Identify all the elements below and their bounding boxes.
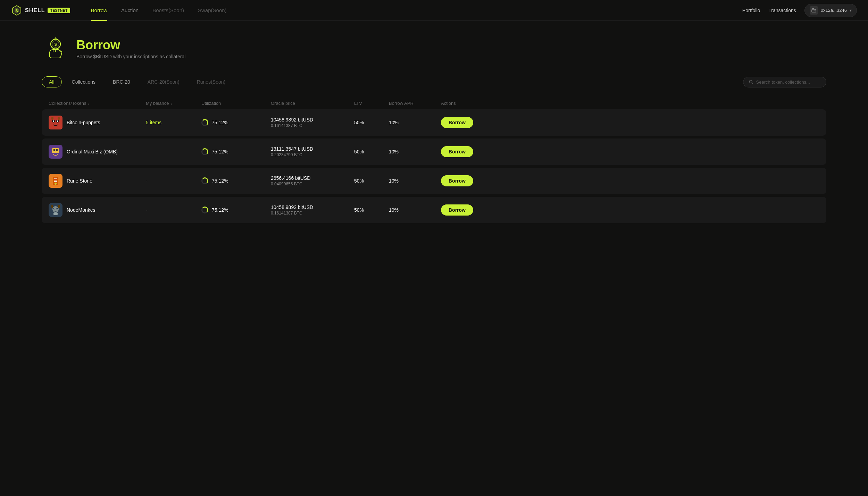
- svg-rect-4: [815, 10, 816, 11]
- borrow-button[interactable]: Borrow: [441, 117, 473, 128]
- balance-value: -: [146, 149, 148, 154]
- svg-point-19: [57, 120, 58, 122]
- oracle-sub: 0.20234790 BTC: [271, 152, 354, 157]
- search-icon: [749, 79, 753, 84]
- avatar: [49, 145, 62, 159]
- wallet-address: 0x12a...3246: [821, 8, 847, 13]
- col-header-utilization: Utilization: [201, 101, 271, 106]
- apr-value: 10%: [389, 178, 399, 184]
- oracle-main: 2656.4166 bitUSD: [271, 175, 354, 181]
- col-header-actions: Actions: [441, 101, 496, 106]
- testnet-badge: TESTNET: [48, 8, 70, 13]
- filter-tab-all[interactable]: All: [42, 76, 62, 87]
- svg-rect-40: [53, 212, 58, 215]
- svg-rect-24: [53, 149, 55, 151]
- collection-cell: Bitcoin-puppets: [49, 116, 146, 129]
- balance-value: -: [146, 207, 148, 213]
- svg-line-14: [752, 83, 753, 84]
- utilization-cell: 75.12%: [201, 119, 271, 126]
- apr-value: 10%: [389, 120, 399, 125]
- utilization-value: 75.12%: [212, 178, 228, 184]
- collection-name: Rune Stone: [67, 178, 92, 184]
- ltv-value: 50%: [354, 207, 364, 213]
- ltv-cell: 50%: [354, 207, 389, 213]
- table-row: Ordinal Maxi Biz (OMB) - 75.12% 13111.35…: [42, 138, 826, 165]
- svg-point-31: [55, 183, 57, 185]
- table-container: Collections/Tokens ↓ My balance ↓ Utiliz…: [42, 97, 826, 223]
- apr-cell: 10%: [389, 178, 441, 184]
- navbar: S SHELL TESTNET Borrow Auction Boosts(So…: [0, 0, 868, 21]
- table-row: Rune Stone - 75.12% 2656.4166 bitUSD 0.0…: [42, 168, 826, 194]
- sort-arrow-collections: ↓: [87, 101, 90, 106]
- oracle-sub: 0.16141387 BTC: [271, 211, 354, 216]
- actions-cell: Borrow: [441, 117, 496, 128]
- utilization-cell: 75.12%: [201, 148, 271, 155]
- oracle-cell: 2656.4166 bitUSD 0.04099655 BTC: [271, 175, 354, 186]
- ltv-value: 50%: [354, 149, 364, 154]
- table-header: Collections/Tokens ↓ My balance ↓ Utiliz…: [42, 97, 826, 109]
- page-header: $ Borrow Borrow $BitUSD with your inscri…: [42, 35, 826, 62]
- svg-rect-15: [49, 116, 62, 129]
- nav-links: Borrow Auction Boosts(Soon) Swap(Soon): [84, 0, 742, 21]
- svg-rect-38: [51, 205, 53, 208]
- borrow-button[interactable]: Borrow: [441, 146, 473, 157]
- collection-name: Ordinal Maxi Biz (OMB): [67, 149, 118, 154]
- utilization-spinner: [201, 119, 208, 126]
- apr-cell: 10%: [389, 119, 441, 126]
- svg-rect-21: [58, 117, 60, 120]
- balance-cell: -: [146, 207, 201, 213]
- avatar: [49, 116, 62, 129]
- wallet-icon: [810, 6, 818, 15]
- wallet-button[interactable]: 0x12a...3246 ▾: [804, 4, 857, 17]
- svg-rect-25: [56, 149, 58, 151]
- ltv-value: 50%: [354, 120, 364, 125]
- portfolio-link[interactable]: Portfolio: [742, 8, 760, 13]
- oracle-cell: 10458.9892 bitUSD 0.16141387 BTC: [271, 117, 354, 128]
- oracle-cell: 13111.3547 bitUSD 0.20234790 BTC: [271, 146, 354, 157]
- ltv-value: 50%: [354, 178, 364, 184]
- search-input[interactable]: [756, 79, 820, 85]
- filter-tab-collections[interactable]: Collections: [65, 76, 103, 87]
- nav-item-borrow[interactable]: Borrow: [84, 0, 115, 21]
- collection-cell: Rune Stone: [49, 174, 146, 188]
- avatar: [49, 203, 62, 217]
- utilization-spinner: [201, 177, 208, 184]
- ltv-cell: 50%: [354, 119, 389, 126]
- collection-name: NodeMonkes: [67, 207, 95, 213]
- col-header-ltv: LTV: [354, 101, 389, 106]
- actions-cell: Borrow: [441, 175, 496, 186]
- svg-point-37: [57, 208, 57, 209]
- utilization-spinner: [201, 148, 208, 155]
- page-title: Borrow: [76, 38, 185, 52]
- ltv-cell: 50%: [354, 178, 389, 184]
- nav-item-boosts: Boosts(Soon): [145, 0, 191, 21]
- balance-cell: -: [146, 178, 201, 184]
- nav-item-auction[interactable]: Auction: [114, 0, 145, 21]
- collection-cell: NodeMonkes: [49, 203, 146, 217]
- brand-name: SHELL: [25, 7, 45, 14]
- apr-value: 10%: [389, 149, 399, 154]
- table-row: Bitcoin-puppets 5 items 75.12% 10458.989…: [42, 109, 826, 136]
- balance-value: 5 items: [146, 120, 161, 125]
- apr-cell: 10%: [389, 149, 441, 155]
- logo-area[interactable]: S SHELL TESTNET: [11, 5, 70, 16]
- balance-cell: 5 items: [146, 119, 201, 126]
- utilization-cell: 75.12%: [201, 207, 271, 213]
- svg-point-18: [53, 120, 54, 122]
- filter-tab-brc20[interactable]: BRC-20: [106, 76, 137, 87]
- transactions-link[interactable]: Transactions: [768, 8, 796, 13]
- utilization-spinner: [201, 207, 208, 213]
- col-header-apr: Borrow APR: [389, 101, 441, 106]
- col-header-balance: My balance ↓: [146, 101, 201, 106]
- borrow-button[interactable]: Borrow: [441, 175, 473, 186]
- actions-cell: Borrow: [441, 146, 496, 157]
- svg-rect-39: [58, 205, 60, 208]
- chevron-down-icon: ▾: [850, 8, 852, 13]
- svg-rect-20: [51, 117, 53, 120]
- borrow-button[interactable]: Borrow: [441, 204, 473, 216]
- search-wrap[interactable]: [743, 77, 826, 87]
- shell-logo-icon: S: [11, 5, 22, 16]
- oracle-sub: 0.16141387 BTC: [271, 123, 354, 128]
- svg-text:S: S: [16, 9, 18, 13]
- balance-value: -: [146, 178, 148, 184]
